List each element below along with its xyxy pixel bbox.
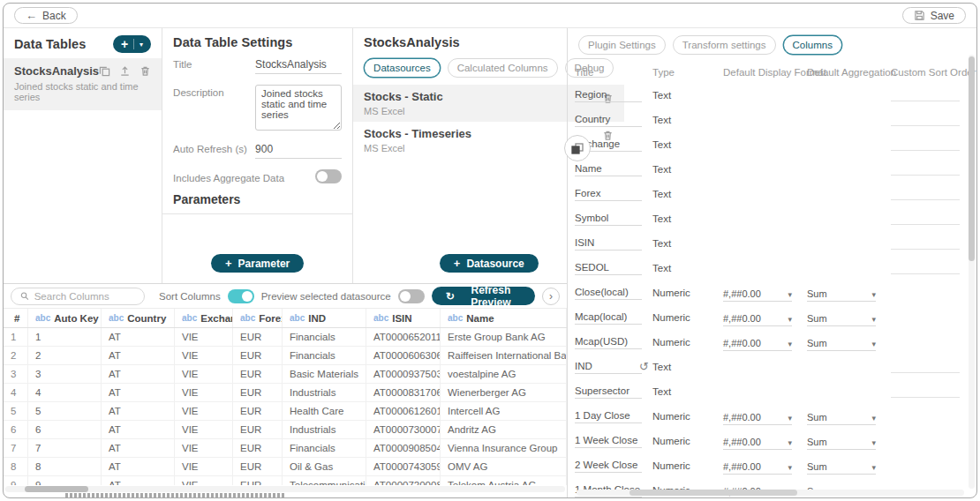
column-title-input[interactable]: Name <box>575 163 642 176</box>
table-row[interactable]: 1 1 AT VIE EUR Financials AT0000652011 E… <box>4 328 567 347</box>
aggregation-select[interactable]: Sum ▾ <box>807 412 876 425</box>
tab-transform-settings[interactable]: Transform settings <box>673 35 776 55</box>
column-title-input[interactable]: 2 Week Close <box>575 460 642 473</box>
column-type-value: Text <box>652 213 723 224</box>
title-input[interactable] <box>255 56 342 74</box>
column-title-input[interactable]: IND <box>575 361 642 374</box>
custom-sort-input[interactable] <box>891 385 960 398</box>
description-field-label: Description <box>173 85 255 131</box>
custom-sort-input[interactable] <box>891 89 960 101</box>
chevron-down-icon: ▾ <box>871 438 876 447</box>
aggregation-select[interactable]: Sum ▾ <box>807 288 876 302</box>
column-title-input[interactable]: Country <box>575 114 642 127</box>
preview-header-cell[interactable]: abc IND ✎ <box>283 309 366 327</box>
table-row[interactable]: 4 4 AT VIE EUR Industrials AT0000831706 … <box>4 384 567 402</box>
name-cell: voestalpine AG <box>441 365 567 383</box>
search-columns-input[interactable] <box>34 291 135 302</box>
column-title-input[interactable]: SEDOL <box>575 262 642 275</box>
display-format-select[interactable]: #,##0.00 ▾ <box>723 461 792 475</box>
add-data-table-button[interactable]: + ▾ <box>113 35 151 53</box>
auto-refresh-input[interactable] <box>255 141 342 159</box>
custom-sort-input[interactable] <box>891 138 960 151</box>
column-title-input[interactable]: Mcap(USD) <box>575 336 642 349</box>
display-format-select[interactable]: #,##0.00 ▾ <box>723 437 792 450</box>
refresh-preview-button[interactable]: ↻ Refresh Preview <box>432 287 535 305</box>
aggregation-select[interactable]: Sum ▾ <box>807 437 876 450</box>
tab-datasources[interactable]: Datasources <box>364 58 441 78</box>
preview-header-cell[interactable]: # ✎ <box>4 309 28 327</box>
tab-calculated-columns[interactable]: Calculated Columns <box>448 58 558 78</box>
column-title-input[interactable]: Region <box>575 89 642 102</box>
aggregation-select[interactable]: Sum ▾ <box>807 461 876 475</box>
column-title-input[interactable]: Symbol <box>575 213 642 226</box>
add-datasource-button[interactable]: + Datasource <box>440 254 539 273</box>
expand-preview-button[interactable]: › <box>542 288 560 305</box>
table-row[interactable]: 7 7 AT VIE EUR Financials AT0000908504 V… <box>4 439 567 458</box>
table-row[interactable]: 8 8 AT VIE EUR Oil & Gas AT0000743059 OM… <box>4 458 567 476</box>
description-textarea[interactable]: Joined stocks static and time series <box>255 85 342 131</box>
exchange-cell: VIE <box>175 476 233 485</box>
horizontal-scrollbar[interactable] <box>5 486 565 492</box>
column-title-input[interactable]: Supersector <box>575 385 642 399</box>
country-cell: AT <box>102 421 175 438</box>
column-row: Country ↺ Text ▾ <box>568 108 976 132</box>
data-table-item[interactable]: StocksAnalysis <box>4 58 162 110</box>
preview-header-cell[interactable]: abc Auto Key ✎ <box>28 309 102 327</box>
copy-icon[interactable] <box>99 65 110 77</box>
includes-aggregate-toggle[interactable] <box>315 169 342 183</box>
custom-sort-input[interactable] <box>891 237 960 250</box>
sort-columns-toggle[interactable] <box>228 289 254 303</box>
vertical-scrollbar[interactable] <box>969 55 975 489</box>
aggregation-select[interactable]: Sum ▾ <box>807 338 876 351</box>
custom-sort-input[interactable] <box>891 262 960 274</box>
exchange-cell: VIE <box>175 421 233 438</box>
back-button[interactable]: ← Back <box>14 7 78 24</box>
scrollbar-thumb[interactable] <box>629 490 797 496</box>
tab-columns[interactable]: Columns <box>783 35 842 55</box>
preview-header-cell[interactable]: abc Exchange ✎ <box>175 309 233 327</box>
scrollbar-thumb[interactable] <box>25 486 88 492</box>
table-row[interactable]: 3 3 AT VIE EUR Basic Materials AT0000937… <box>4 365 567 384</box>
column-title-input[interactable]: ISIN <box>575 237 642 250</box>
table-row[interactable]: 9 9 AT VIE EUR Telecommunications AT0000… <box>4 476 567 485</box>
display-format-select[interactable]: #,##0.00 ▾ <box>723 288 792 302</box>
row-number-cell: 7 <box>4 439 28 457</box>
tab-plugin-settings[interactable]: Plugin Settings <box>578 35 666 55</box>
display-format-select[interactable]: #,##0.00 ▾ <box>723 313 792 326</box>
custom-sort-input[interactable] <box>891 213 960 225</box>
column-title-input[interactable]: 1 Week Close <box>575 435 642 448</box>
preview-header-cell[interactable]: abc Forex ✎ <box>233 309 283 327</box>
custom-sort-input[interactable] <box>891 163 960 176</box>
preview-header-cell[interactable]: abc ISIN ✎ <box>366 309 441 327</box>
upload-icon[interactable] <box>119 65 131 77</box>
reset-icon[interactable]: ↺ <box>639 360 649 373</box>
display-format-select[interactable]: #,##0.00 ▾ <box>723 338 792 351</box>
add-parameter-button[interactable]: + Parameter <box>211 254 304 273</box>
column-title-input[interactable]: 1 Day Close <box>575 410 642 423</box>
column-title-input[interactable]: Close(local) <box>575 287 642 300</box>
column-title-input[interactable]: Forex <box>575 188 642 201</box>
custom-sort-input[interactable] <box>891 361 960 373</box>
delete-icon[interactable] <box>139 65 151 77</box>
scrollbar-thumb[interactable] <box>969 56 975 261</box>
column-row: Supersector ↺ Text ▾ <box>568 379 976 404</box>
aggregation-value: Sum <box>807 437 827 447</box>
table-row[interactable]: 2 2 AT VIE EUR Financials AT0000606306 R… <box>4 347 567 365</box>
auto-key-cell: 7 <box>28 439 102 457</box>
custom-sort-input[interactable] <box>891 188 960 200</box>
display-format-select[interactable]: #,##0.00 ▾ <box>723 412 792 425</box>
data-table-description: Joined stocks static and time series <box>14 81 151 102</box>
column-row: Name ↺ Text ▾ <box>568 157 976 182</box>
custom-sort-input[interactable] <box>891 114 960 126</box>
row-number-cell: 4 <box>4 384 28 401</box>
horizontal-scrollbar[interactable] <box>577 490 964 496</box>
table-row[interactable]: 5 5 AT VIE EUR Health Care AT0000612601 … <box>4 402 567 421</box>
preview-header-cell[interactable]: abc Name ✎ <box>441 309 567 327</box>
table-row[interactable]: 6 6 AT VIE EUR Industrials AT0000730007 … <box>4 421 567 439</box>
preview-header-cell[interactable]: abc Country ✎ <box>102 309 175 327</box>
auto-key-cell: 3 <box>28 365 102 383</box>
preview-selected-toggle[interactable] <box>398 289 425 303</box>
column-title-input[interactable]: Mcap(local) <box>575 311 642 325</box>
save-button[interactable]: Save <box>902 7 966 24</box>
aggregation-select[interactable]: Sum ▾ <box>807 313 876 326</box>
